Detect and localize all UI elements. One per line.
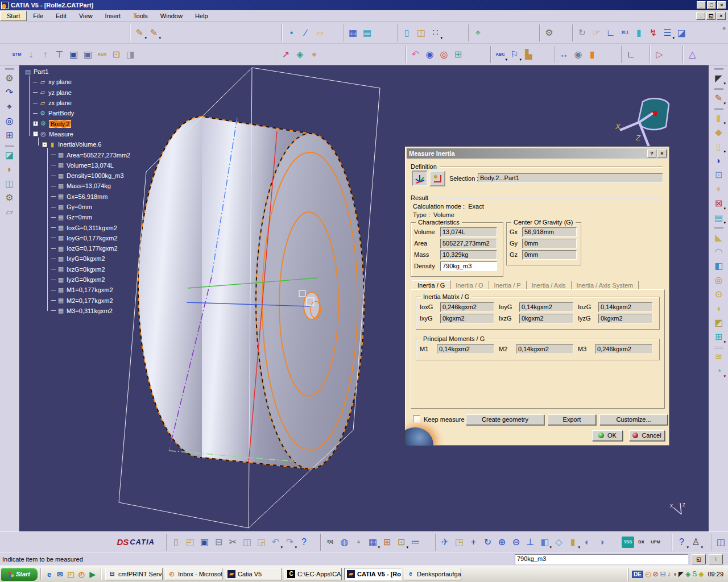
minimize-button[interactable]: _ (697, 1, 706, 9)
shading-edges-icon[interactable]: ◑ (594, 535, 609, 549)
loft-icon[interactable]: ≋ (712, 350, 726, 364)
tree-expander-icon[interactable]: - (42, 142, 47, 147)
measure-inertia-object-icon[interactable] (412, 171, 428, 186)
menu-window[interactable]: Window (154, 11, 189, 20)
aux-view-icon[interactable]: AUX (95, 47, 109, 61)
catalog-icon[interactable]: ▤ (360, 26, 374, 40)
purple-task-icon[interactable]: ◑ (673, 571, 677, 577)
axis-system-icon[interactable]: ∟ (603, 26, 618, 40)
shaft-icon[interactable]: ◗ (712, 153, 726, 168)
thick-surface-icon-dropdown[interactable]: ▾ (723, 221, 726, 225)
capture-icon[interactable]: ⊡ (109, 47, 123, 61)
dx-upm-icon[interactable]: UPM (648, 535, 663, 549)
section-analysis-icon[interactable]: ◪ (2, 148, 16, 162)
measure-inertia-tool-icon[interactable]: ▮ (585, 47, 599, 61)
remove-body-icon[interactable]: ⊠▾ (712, 196, 726, 210)
spec-view-icon[interactable]: ◉ (423, 47, 437, 61)
manipulation-hand-icon[interactable]: ☞ (589, 26, 603, 40)
planes-icon[interactable]: ▱ (2, 205, 16, 219)
point-icon[interactable]: • (284, 26, 299, 40)
tree-item[interactable]: ⚙PartBody (22, 108, 130, 118)
zoom-out-icon[interactable]: ⊖ (509, 535, 523, 549)
mean-dimensions-icon[interactable]: 10,1 (618, 26, 632, 40)
paste-icon[interactable]: ◲ (254, 535, 268, 549)
tss-icon[interactable]: TSS (622, 537, 634, 548)
tree-item[interactable]: ▤Part1 (22, 66, 130, 77)
close-surface-icon[interactable]: ◔▾ (712, 364, 726, 378)
mdi-restore-button[interactable]: ◱ (706, 12, 715, 20)
surface-analysis-icon[interactable]: ◗ (2, 162, 16, 176)
taskbar-task[interactable]: ▰Catia V5 (225, 568, 282, 580)
dmu-compass-icon[interactable]: ◎ (2, 114, 16, 128)
start-button[interactable]: Start (1, 568, 38, 581)
cut-icon[interactable]: ✂ (226, 535, 240, 549)
detach-window-icon[interactable]: ◱ (692, 554, 706, 564)
stm-icon[interactable]: STM (10, 47, 24, 61)
tree-item[interactable]: ▱zx plane (22, 98, 130, 108)
gear-tool-icon[interactable]: ⚙ (2, 190, 16, 205)
text-leader-icon[interactable]: ABC▾ (493, 47, 507, 61)
dmu-arrow-icon[interactable]: ↷ (2, 85, 16, 99)
mdi-close-button[interactable]: × (717, 12, 726, 20)
maximize-button[interactable]: □ (707, 1, 716, 9)
open-icon[interactable]: ◰ (183, 535, 197, 549)
dmu-frame-icon[interactable]: ⊞ (2, 128, 16, 142)
close-button[interactable]: × (717, 1, 726, 9)
hole-icon[interactable]: ⌖ (712, 182, 726, 196)
print-icon[interactable]: ⊟ (212, 535, 226, 549)
analysis-map-icon[interactable]: ◈ (293, 47, 307, 61)
export-button[interactable]: Export (548, 414, 596, 425)
cancel-button[interactable]: Cancel (629, 430, 665, 441)
balance-target-icon[interactable]: ⌖ (307, 47, 321, 61)
normal-view-icon[interactable]: ⊥ (523, 535, 537, 549)
rotate-icon[interactable]: ↻ (481, 535, 495, 549)
shading-icon[interactable]: ◐ (580, 535, 594, 549)
manikin-icon[interactable]: ♙▾ (689, 535, 703, 549)
pattern-icon[interactable]: ∷▾ (428, 26, 442, 40)
iso-view-icon[interactable]: ◇ (552, 535, 566, 549)
pocket-icon[interactable]: ▯▾ (712, 139, 726, 153)
swap-surface-icon[interactable]: ◫ (2, 176, 16, 190)
tree-item[interactable]: ▦Gz=0mm (22, 212, 130, 222)
tree-item[interactable]: ▦Density=1000kg_m3 (22, 171, 130, 181)
manikin-icon-dropdown[interactable]: ▾ (701, 545, 703, 550)
annotation-list-icon[interactable]: ☰▾ (660, 26, 675, 40)
taskbar-task[interactable]: ▰CATIA V5 - [Roll... (344, 568, 402, 580)
menu-edit[interactable]: Edit (49, 11, 73, 20)
dialog-title-bar[interactable]: Measure Inertia ? × (407, 148, 668, 159)
language-indicator[interactable]: DE (632, 571, 643, 578)
tab-inertia-axis-system[interactable]: Inertia / Axis System (572, 281, 639, 290)
mirror-icon[interactable]: ◫ (414, 26, 428, 40)
pad-icon[interactable]: ▮▾ (712, 111, 726, 125)
thick-surface-icon[interactable]: ▤▾ (712, 210, 726, 225)
tree-item[interactable]: ▱yz plane (22, 88, 130, 98)
design-table-icon[interactable]: ▦ (346, 26, 360, 40)
groove-icon[interactable]: ◎ (712, 273, 726, 287)
split-icon[interactable]: ◧ (712, 259, 726, 273)
lightning-icon[interactable]: ↯ (646, 26, 660, 40)
positioned-sketch-icon-dropdown[interactable]: ▾ (159, 36, 161, 40)
taskbar-task[interactable]: ◴Inbox - Microsoft ... (165, 568, 222, 580)
toolbar-overflow-icon[interactable]: » (722, 24, 726, 31)
eraser-icon[interactable]: ◪ (675, 26, 689, 40)
tree-item[interactable]: ▱xy plane (22, 77, 130, 87)
density-field[interactable]: 790kg_m3 (440, 261, 497, 271)
measure-inertia-axis-icon[interactable] (429, 171, 445, 186)
mdi-minimize-button[interactable]: _ (696, 12, 705, 20)
menu-view[interactable]: View (73, 11, 99, 20)
tree-item[interactable]: ▦M1=0,177kgxm2 (22, 285, 130, 295)
fillet-icon[interactable]: ◠ (712, 244, 726, 259)
tab-inertia-axis[interactable]: Inertia / Axis (527, 281, 572, 290)
tree-item[interactable]: ▦Gy=0mm (22, 202, 130, 212)
assemble-icon-dropdown[interactable]: ▾ (723, 340, 726, 344)
scheduler-icon[interactable]: ◴ (76, 569, 87, 580)
select-icon[interactable]: ◤▾ (712, 71, 726, 85)
dmu-target-icon[interactable]: ⌖ (2, 99, 16, 114)
tree-item[interactable]: ▦Area=505227,273mm2 (22, 149, 130, 160)
draw-analysis-icon[interactable]: △ (685, 47, 700, 61)
fit-all-icon[interactable]: ◳ (452, 535, 466, 549)
clock[interactable]: 09:29 (708, 571, 723, 577)
display-icon[interactable]: ⊟ (660, 571, 665, 577)
tree-item[interactable]: ▦M3=0,311kgxm2 (22, 306, 130, 316)
help-icon[interactable]: ? (297, 535, 311, 549)
